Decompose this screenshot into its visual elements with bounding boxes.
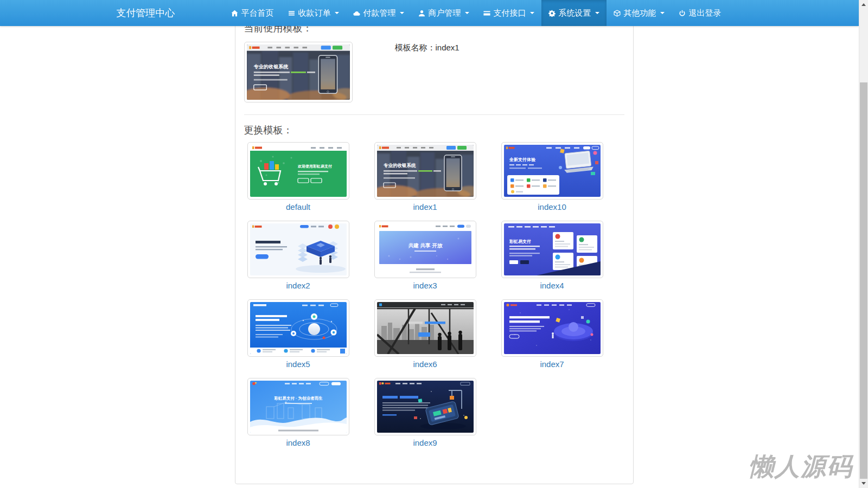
user-icon (418, 10, 425, 17)
template-thumbnail-default[interactable] (247, 142, 349, 200)
template-cell-index3: index3 (371, 221, 498, 290)
nav-item-orders[interactable]: 收款订单 (281, 0, 346, 26)
nav-item-label: 付款管理 (363, 8, 396, 18)
chevron-down-icon (465, 12, 469, 14)
template-thumbnail-index7[interactable] (501, 299, 603, 357)
nav-item-label: 商户管理 (429, 8, 461, 18)
current-template-thumbnail[interactable] (244, 42, 353, 102)
template-cell-index7: index7 (498, 299, 625, 369)
template-cell-index4: index4 (498, 221, 625, 290)
nav-item-home[interactable]: 平台首页 (224, 0, 281, 26)
vertical-scrollbar[interactable] (859, 0, 868, 488)
template-link-index10[interactable]: index10 (501, 202, 603, 211)
nav-item-payment-api[interactable]: 支付接口 (476, 0, 541, 26)
template-cell-index9: index9 (371, 378, 498, 447)
change-template-heading: 更换模板： (244, 124, 624, 137)
scroll-up-button[interactable] (859, 0, 868, 9)
template-thumbnail-index1[interactable] (374, 142, 476, 200)
template-cell-index5: index5 (244, 299, 371, 369)
scroll-down-button[interactable] (859, 479, 868, 488)
template-thumbnail-index6[interactable] (374, 299, 476, 357)
nav-item-label: 退出登录 (689, 8, 722, 18)
section-divider (244, 114, 624, 115)
template-link-index2[interactable]: index2 (247, 281, 349, 290)
template-thumbnail-index3[interactable] (374, 221, 476, 278)
nav-item-label: 其他功能 (624, 8, 656, 18)
cube-icon (614, 10, 621, 17)
template-grid: default index1 index10 index2 index3 ind (244, 142, 624, 457)
chevron-down-icon (530, 12, 534, 14)
template-cell-index10: index10 (498, 142, 625, 211)
nav-item-label: 平台首页 (241, 8, 274, 18)
nav-item-merchants[interactable]: 商户管理 (411, 0, 476, 26)
template-link-index5[interactable]: index5 (247, 359, 349, 369)
nav-item-system-settings[interactable]: 系统设置 (541, 0, 607, 26)
template-link-index4[interactable]: index4 (501, 281, 603, 290)
template-name-label: 模板名称： (395, 43, 436, 52)
template-cell-index8: index8 (244, 378, 371, 447)
credit-card-icon (483, 10, 490, 17)
template-link-index3[interactable]: index3 (374, 281, 476, 290)
top-navbar: 支付管理中心 平台首页 收款订单 付款管理 商户管理 (0, 0, 859, 26)
chevron-down-icon (660, 12, 665, 14)
gear-icon (548, 10, 556, 17)
power-icon (679, 10, 686, 17)
template-thumbnail-index2[interactable] (247, 221, 349, 278)
chevron-down-icon (595, 12, 599, 14)
list-icon (288, 10, 295, 17)
template-thumbnail-index10[interactable] (501, 142, 603, 200)
template-thumbnail-index4[interactable] (501, 221, 603, 278)
nav-item-label: 系统设置 (559, 8, 591, 18)
template-thumbnail-index8[interactable] (247, 378, 349, 435)
nav-item-label: 支付接口 (494, 8, 526, 18)
template-settings-panel: 当前使用模板： 模板名称：index1 更换模板： default index1… (235, 0, 634, 484)
chevron-down-icon (335, 12, 339, 14)
scrollbar-thumb[interactable] (860, 82, 867, 479)
template-cell-default: default (244, 142, 371, 211)
nav-menu: 平台首页 收款订单 付款管理 商户管理 支付接口 (224, 0, 729, 26)
template-link-default[interactable]: default (247, 202, 349, 211)
arrow-down-icon (861, 482, 866, 485)
arrow-up-icon (861, 3, 866, 6)
nav-item-label: 收款订单 (298, 8, 331, 18)
nav-item-payouts[interactable]: 付款管理 (346, 0, 411, 26)
template-link-index7[interactable]: index7 (501, 359, 603, 369)
home-icon (231, 10, 238, 17)
nav-item-other-functions[interactable]: 其他功能 (607, 0, 672, 26)
watermark-text: 懒人源码 (749, 450, 853, 484)
current-template-name-line: 模板名称：index1 (395, 43, 459, 102)
template-cell-index2: index2 (244, 221, 371, 290)
template-name-value: index1 (436, 43, 459, 52)
template-cell-index1: index1 (371, 142, 498, 211)
app-brand[interactable]: 支付管理中心 (117, 7, 175, 20)
current-template-row: 模板名称：index1 (244, 42, 624, 102)
nav-item-logout[interactable]: 退出登录 (672, 0, 729, 26)
template-thumbnail-index5[interactable] (247, 299, 349, 357)
template-link-index9[interactable]: index9 (374, 438, 476, 447)
template-thumbnail-index9[interactable] (374, 378, 476, 435)
template-link-index1[interactable]: index1 (374, 202, 476, 211)
chevron-down-icon (400, 12, 404, 14)
template-link-index6[interactable]: index6 (374, 359, 476, 369)
template-cell-index6: index6 (371, 299, 498, 369)
template-link-index8[interactable]: index8 (247, 438, 349, 447)
cloud-icon (353, 10, 360, 17)
